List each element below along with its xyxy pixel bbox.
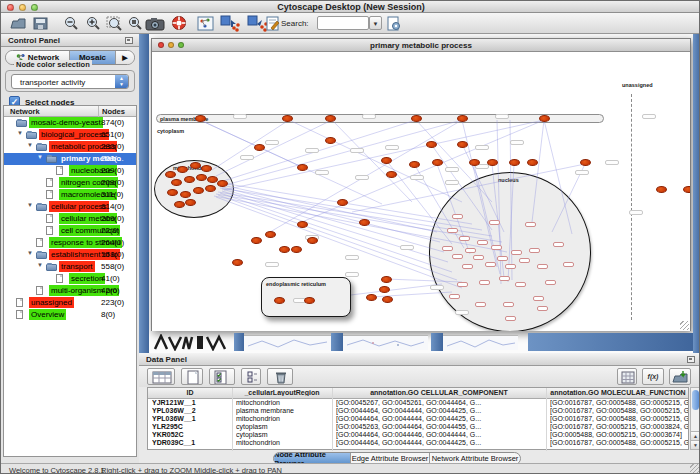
attribute-matrix-icon[interactable] xyxy=(617,368,637,385)
table-vertical-scrollbar[interactable]: ▲ ▼ xyxy=(690,387,700,450)
tree-row-macromolecule[interactable]: macromolecule311(0) xyxy=(4,189,136,201)
nucleus-node[interactable] xyxy=(465,248,476,253)
network-node[interactable] xyxy=(251,237,262,244)
network-node[interactable] xyxy=(254,144,265,151)
zoom-out-icon[interactable] xyxy=(63,15,80,32)
tree-row-nucleobase-[interactable]: nucleobase-209(0) xyxy=(4,165,136,177)
network-node[interactable] xyxy=(171,179,182,186)
network-node[interactable] xyxy=(457,141,468,148)
disclosure-triangle-icon[interactable]: ▼ xyxy=(17,130,23,136)
frame-resize-grip[interactable] xyxy=(680,321,689,330)
network-node[interactable] xyxy=(411,115,422,122)
nucleus-node[interactable] xyxy=(533,296,544,301)
network-node[interactable] xyxy=(180,191,191,198)
float-panel-icon[interactable] xyxy=(687,356,695,363)
unselect-attributes-icon[interactable] xyxy=(241,368,261,385)
table-row-YPL036W__1[interactable]: YPL036W__1mitochondrion[GO:0044464, GO:0… xyxy=(148,415,688,423)
nucleus-node[interactable] xyxy=(473,255,484,260)
help-lifering-icon[interactable] xyxy=(171,15,188,32)
nucleus-node[interactable] xyxy=(459,236,470,241)
nucleus-node[interactable] xyxy=(503,302,514,307)
scroll-down-arrow[interactable]: ▼ xyxy=(691,440,700,449)
network-node[interactable] xyxy=(167,189,178,196)
open-file-icon[interactable] xyxy=(9,15,28,32)
nucleus-node[interactable] xyxy=(447,228,458,233)
network-node[interactable] xyxy=(469,159,480,166)
tree-row-biological-process[interactable]: ▼biological_process651(0) xyxy=(4,129,136,141)
network-frame-titlebar[interactable]: primary metabolic process xyxy=(152,39,690,52)
minimized-window-icons[interactable] xyxy=(153,334,229,351)
nucleus-node[interactable] xyxy=(491,245,502,250)
network-node[interactable] xyxy=(265,231,276,238)
disclosure-triangle-icon[interactable]: ▼ xyxy=(37,154,43,160)
network-node[interactable] xyxy=(379,286,390,293)
zoom-selected-icon[interactable] xyxy=(106,15,124,32)
nucleus-node[interactable] xyxy=(449,294,460,299)
minimized-window-preview[interactable] xyxy=(343,335,428,350)
disclosure-triangle-icon[interactable]: ▼ xyxy=(27,142,33,148)
network-node[interactable] xyxy=(165,171,176,178)
table-row-YPL036W__2[interactable]: YPL036W__2plasma membrane[GO:0044464, GO… xyxy=(148,407,688,415)
network-node[interactable] xyxy=(381,276,392,283)
network-node[interactable] xyxy=(279,246,290,253)
nucleus-node[interactable] xyxy=(505,264,516,269)
nucleus-node[interactable] xyxy=(515,282,526,287)
network-node[interactable] xyxy=(217,180,228,187)
network-node[interactable] xyxy=(207,176,218,183)
network-node[interactable] xyxy=(337,199,348,206)
formula-builder-icon[interactable]: f(x) xyxy=(642,368,664,385)
network-node[interactable] xyxy=(382,296,393,303)
network-node[interactable] xyxy=(426,141,437,148)
attribute-table-header[interactable]: ID _cellularLayoutRegion annotation.GO C… xyxy=(148,388,688,399)
hide-selected-network-icon[interactable] xyxy=(220,15,241,32)
network-node[interactable] xyxy=(201,165,212,172)
nucleus-node[interactable] xyxy=(511,250,522,255)
network-node[interactable] xyxy=(291,246,302,253)
table-row-YKR052C[interactable]: YKR052Ccytoplasm[GO:0044464, GO:0044446,… xyxy=(148,431,688,439)
network-node[interactable] xyxy=(196,174,207,181)
network-node[interactable] xyxy=(527,159,538,166)
network-node[interactable] xyxy=(297,221,308,228)
tree-row-mosaic-demo-yeast[interactable]: mosaic-demo-yeast874(0) xyxy=(4,117,136,129)
nucleus-node[interactable] xyxy=(475,302,486,307)
zoom-in-icon[interactable] xyxy=(85,15,102,32)
tree-header[interactable]: Network Nodes xyxy=(4,106,136,117)
network-node[interactable] xyxy=(190,162,201,169)
disclosure-triangle-icon[interactable]: ▼ xyxy=(27,250,33,256)
table-row-YDR039C__1[interactable]: YDR039C__1mitochondrion[GO:0044464, GO:0… xyxy=(148,439,688,447)
network-node[interactable] xyxy=(185,199,196,206)
network-node[interactable] xyxy=(205,185,216,192)
table-row-YLR295C[interactable]: YLR295Ccytoplasm[GO:0045263, GO:0044464,… xyxy=(148,423,688,431)
network-node[interactable] xyxy=(297,164,308,171)
nucleus-node[interactable] xyxy=(499,276,510,281)
scrollbar-thumb[interactable] xyxy=(692,390,699,410)
network-node[interactable] xyxy=(432,159,443,166)
tree-row-unassigned[interactable]: unassigned223(0) xyxy=(4,297,136,309)
tree-row-nitrogen-compo[interactable]: nitrogen compo209(0) xyxy=(4,177,136,189)
col-cellular-layout-region[interactable]: _cellularLayoutRegion xyxy=(232,389,332,396)
new-attribute-icon[interactable] xyxy=(181,368,203,385)
network-node[interactable] xyxy=(304,297,315,304)
minimized-window-bar[interactable] xyxy=(331,333,343,351)
network-node[interactable] xyxy=(325,137,336,144)
minimized-window-bar[interactable] xyxy=(234,333,244,351)
col-go-cellular-component[interactable]: annotation.GO CELLULAR_COMPONENT xyxy=(332,389,546,396)
network-node[interactable] xyxy=(409,161,420,168)
nucleus-node[interactable] xyxy=(497,256,508,261)
nucleus-node[interactable] xyxy=(553,242,564,247)
network-node[interactable] xyxy=(307,237,318,244)
attribute-table[interactable]: ID _cellularLayoutRegion annotation.GO C… xyxy=(147,387,689,450)
network-node[interactable] xyxy=(193,187,204,194)
edit-annotation-icon[interactable] xyxy=(265,15,281,32)
tree-row-transport[interactable]: ▼transport558(0) xyxy=(4,261,136,273)
nucleus-node[interactable] xyxy=(489,220,500,225)
attribute-table-icon[interactable] xyxy=(147,368,175,385)
nucleus-node[interactable] xyxy=(537,306,548,311)
select-attributes-icon[interactable] xyxy=(209,368,235,385)
network-node[interactable] xyxy=(282,115,293,122)
tree-row-multi-organism-pro[interactable]: multi-organism pro42(0) xyxy=(4,285,136,297)
minimized-window-bar[interactable] xyxy=(528,333,693,351)
nucleus-node[interactable] xyxy=(462,264,473,269)
network-node[interactable] xyxy=(509,159,520,166)
nucleus-node[interactable] xyxy=(529,248,540,253)
